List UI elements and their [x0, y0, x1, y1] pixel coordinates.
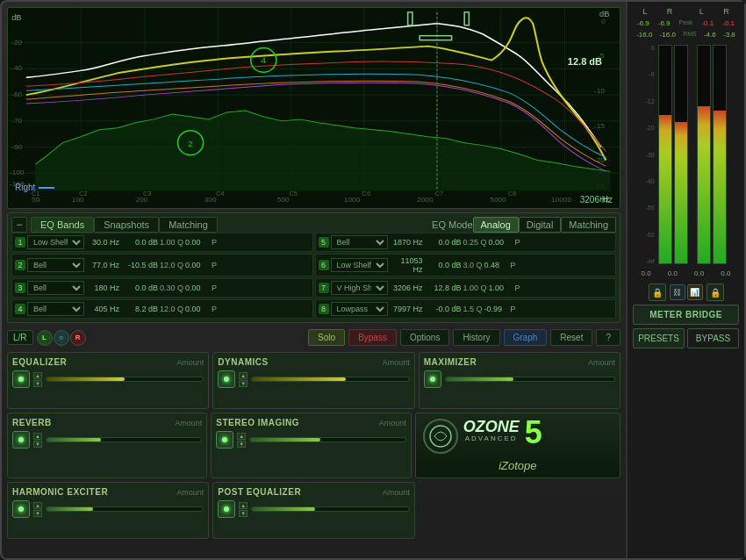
options-button[interactable]: Options: [400, 329, 449, 346]
slider-max[interactable]: [445, 377, 615, 382]
lr-button[interactable]: L/R: [7, 330, 33, 345]
eq-mode-digital[interactable]: Digital: [519, 217, 562, 233]
band-type-select[interactable]: Low Shelf: [331, 258, 388, 272]
ud-btns-eq: ▲ ▼: [33, 372, 42, 387]
left-panel: -20 -40 -60 -70 -90 -100 -110 0 -5 -10 -…: [2, 2, 626, 558]
band-db: 0.0 dB: [425, 261, 462, 269]
eq-collapse-btn[interactable]: −: [11, 217, 27, 233]
eq-bottom-controls: L/R L ○ R Solo Bypass Options History Gr…: [7, 327, 620, 348]
r-peak2-val: -0.1: [722, 19, 735, 27]
meter-fill-l2: [698, 106, 710, 263]
slider-harm[interactable]: [46, 506, 204, 512]
down-btn-peq[interactable]: ▼: [239, 510, 247, 517]
channel-l-btn[interactable]: L: [37, 330, 53, 346]
band-type-select[interactable]: V High Shelf: [331, 281, 388, 295]
eq-display: -20 -40 -60 -70 -90 -100 -110 0 -5 -10 -…: [7, 7, 620, 209]
table-row: 7 V High Shelf 3206 Hz 12.8 dB 1.00 Q 1.…: [315, 278, 617, 298]
slider-rev[interactable]: [46, 437, 202, 442]
band-type-select[interactable]: Bell: [27, 281, 84, 295]
band-type-select[interactable]: Bell: [331, 235, 388, 249]
tab-eq-bands[interactable]: EQ Bands: [31, 217, 94, 233]
slider-dyn[interactable]: [251, 377, 409, 382]
module-title-ste: STEREO IMAGING: [216, 418, 299, 427]
tab-snapshots[interactable]: Snapshots: [94, 217, 159, 233]
main-bypass-button[interactable]: BYPASS: [687, 328, 739, 348]
bypass-button[interactable]: Bypass: [348, 329, 397, 346]
down-btn-dyn[interactable]: ▼: [239, 380, 247, 387]
eq-mode-analog[interactable]: Analog: [473, 217, 519, 233]
reset-button[interactable]: Reset: [550, 329, 592, 346]
power-btn-max[interactable]: [424, 370, 441, 388]
help-button[interactable]: ?: [596, 329, 620, 346]
band-type-select[interactable]: Bell: [27, 302, 84, 316]
ud-btns-rev: ▲ ▼: [33, 433, 42, 448]
band-q: 12.0 Q: [160, 261, 183, 269]
band-type-select[interactable]: Bell: [27, 258, 84, 272]
svg-text:dB: dB: [11, 13, 21, 22]
svg-text:-60: -60: [11, 90, 23, 98]
svg-text:C3: C3: [143, 190, 151, 197]
power-btn-rev[interactable]: [12, 431, 30, 449]
power-btn-dyn[interactable]: [218, 370, 235, 388]
svg-text:-90: -90: [11, 143, 23, 151]
svg-text:500: 500: [277, 196, 290, 204]
band-p: P: [212, 261, 219, 269]
svg-text:-15: -15: [594, 122, 606, 130]
band-p: P: [212, 238, 219, 247]
eq-controls: − EQ Bands Snapshots Matching EQ Mode An…: [7, 212, 620, 323]
module-post-eq: POST EQUALIZER Amount ▲ ▼: [212, 482, 414, 539]
meter-fill-l1: [659, 115, 671, 263]
power-btn-eq[interactable]: [12, 370, 30, 388]
power-btn-harm[interactable]: [12, 500, 30, 518]
lock-right-icon[interactable]: 🔒: [707, 284, 724, 301]
up-btn-harm[interactable]: ▲: [33, 502, 42, 509]
down-btn-harm[interactable]: ▼: [33, 510, 42, 517]
link-icon[interactable]: ⛓: [670, 284, 685, 300]
slider-peq[interactable]: [251, 506, 409, 512]
up-btn-rev[interactable]: ▲: [33, 433, 42, 440]
l-rms-val: -16.0: [636, 31, 652, 39]
link-icons: ⛓ 📊: [670, 284, 703, 300]
meter-header-r1: R: [667, 7, 673, 16]
eq-freq-label: 3206 Hz: [580, 195, 613, 205]
band-type-select[interactable]: Low Shelf: [27, 235, 84, 249]
slider-ste[interactable]: [249, 437, 405, 442]
band-type-select[interactable]: Lowpass: [331, 302, 388, 316]
power-btn-ste[interactable]: [216, 431, 233, 449]
eq-mode-matching[interactable]: Matching: [561, 217, 616, 233]
meter-bridge-button[interactable]: METER BRIDGE: [633, 305, 739, 325]
band-freq: 3206 Hz: [390, 284, 423, 292]
up-btn-dyn[interactable]: ▲: [239, 372, 247, 379]
module-stereo: STEREO IMAGING Amount ▲ ▼: [211, 413, 411, 478]
svg-text:5000: 5000: [490, 196, 506, 204]
svg-text:C4: C4: [216, 190, 224, 197]
presets-button[interactable]: PRESETS: [633, 328, 685, 348]
power-btn-peq[interactable]: [218, 500, 235, 518]
band-freq: 180 Hz: [86, 284, 119, 292]
up-btn-ste[interactable]: ▲: [237, 433, 246, 440]
meter-header-l1: L: [642, 7, 647, 16]
tab-matching[interactable]: Matching: [159, 217, 218, 233]
channel-mid-btn[interactable]: ○: [54, 330, 69, 346]
lock-left-icon[interactable]: 🔒: [649, 284, 666, 301]
down-btn-eq[interactable]: ▼: [33, 380, 42, 387]
history-button[interactable]: History: [453, 329, 499, 346]
solo-button[interactable]: Solo: [308, 329, 345, 346]
meter-bars: 0 -6 -12 -20 -30 -40 -50 -60 -inf: [633, 45, 739, 264]
graph-button[interactable]: Graph: [504, 329, 548, 346]
up-btn-eq[interactable]: ▲: [33, 372, 42, 379]
channel-r-btn[interactable]: R: [70, 330, 86, 346]
band-q-val: 0.48: [484, 261, 509, 269]
band-freq: 77.0 Hz: [86, 261, 119, 269]
band-db: 0.0 dB: [121, 284, 158, 292]
up-btn-peq[interactable]: ▲: [239, 502, 247, 509]
down-btn-rev[interactable]: ▼: [33, 441, 42, 448]
chart-icon[interactable]: 📊: [687, 284, 703, 300]
band-db: 0.0 dB: [121, 238, 158, 247]
svg-text:4: 4: [261, 56, 266, 66]
down-btn-ste[interactable]: ▼: [237, 441, 246, 448]
ozone-logo: OZONE ADVANCED 5 iZotope: [415, 413, 620, 478]
module-amount-peq: Amount: [383, 488, 410, 497]
eq-db-boost: 12.8 dB: [568, 56, 602, 67]
slider-eq[interactable]: [46, 377, 204, 382]
